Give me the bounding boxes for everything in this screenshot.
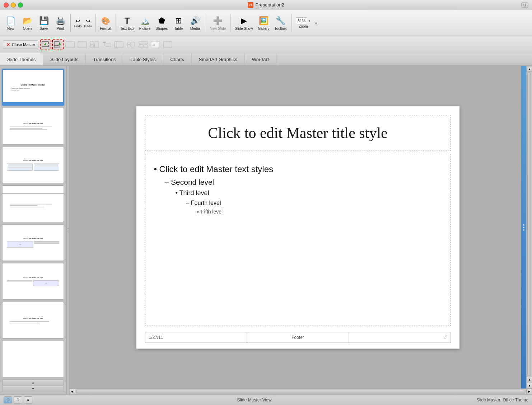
- master-btn-6[interactable]: T: [101, 39, 112, 50]
- scrollbar-thumb-horizontal[interactable]: [76, 390, 525, 394]
- svg-rect-10: [79, 42, 86, 44]
- slide-thumb-5[interactable]: Click to edit Master title style img: [2, 224, 64, 261]
- master-icon-9: [138, 40, 148, 49]
- master-btn-4[interactable]: [76, 39, 88, 50]
- slide-scroll-up-button[interactable]: ▲: [2, 379, 64, 385]
- canvas-area: Click to edit Master title style • Click…: [69, 66, 526, 388]
- slide-thumb-1[interactable]: Click to edit Master title style • Click…: [2, 69, 64, 106]
- close-master-button[interactable]: ✕ Close Master: [3, 40, 38, 49]
- table-button[interactable]: ⊞ Table: [171, 14, 186, 32]
- add-layout-button[interactable]: [52, 39, 64, 50]
- toolbox-button[interactable]: 🔧 Toolbox: [272, 14, 289, 32]
- zoom-button[interactable]: 81% ▼ Zoom: [294, 16, 313, 29]
- slide-thumb-7[interactable]: Click to edit Master title style: [2, 302, 64, 339]
- scroll-down-arrows: ▲ ▼: [527, 377, 532, 388]
- scroll-right-arrow[interactable]: ▶: [526, 389, 532, 395]
- footer-center: Footer: [247, 332, 349, 343]
- textbox-button[interactable]: T Text Box: [118, 14, 136, 32]
- format-button[interactable]: 🎨 Format: [98, 14, 113, 32]
- bullet-2-symbol: –: [165, 178, 171, 186]
- thumb-6-content: img: [7, 280, 59, 286]
- slide-canvas[interactable]: Click to edit Master title style • Click…: [136, 106, 459, 349]
- slide-thumb-2[interactable]: Click to edit Master title style: [2, 108, 64, 144]
- format-icon: 🎨: [100, 15, 111, 27]
- bullet-3-symbol: •: [176, 189, 179, 197]
- media-button[interactable]: 🔊 Media: [187, 14, 203, 32]
- new-button[interactable]: 📄 New: [3, 14, 19, 32]
- master-btn-5[interactable]: [89, 39, 100, 50]
- tab-transitions[interactable]: Transitions: [86, 53, 123, 65]
- panel-splitter[interactable]: [66, 66, 69, 394]
- slide-title-area[interactable]: Click to edit Master title style: [145, 115, 451, 151]
- slide-panel-scroll-arrows: ▲ ▼: [2, 379, 64, 391]
- save-button[interactable]: 💾 Save: [36, 14, 52, 32]
- toolbar-separator-5: [230, 14, 230, 32]
- picture-button[interactable]: 🏔️ Picture: [137, 14, 153, 32]
- slide-content-area[interactable]: • Click to edit Master text styles – Sec…: [145, 154, 451, 326]
- blue-side-handle[interactable]: [521, 66, 526, 388]
- svg-rect-20: [131, 42, 135, 47]
- format-label: Format: [100, 27, 111, 31]
- window-resize-button[interactable]: ⊟: [521, 3, 528, 8]
- master-btn-11[interactable]: [162, 39, 173, 50]
- redo-button[interactable]: ↪ Redo: [83, 17, 93, 29]
- slideshow-button[interactable]: ▶ Slide Show: [233, 14, 255, 32]
- svg-rect-24: [151, 41, 160, 48]
- slide-scroll-down-button[interactable]: ▼: [2, 386, 64, 391]
- master-icon-4: [77, 40, 87, 49]
- add-master-slide-button[interactable]: [40, 39, 51, 50]
- open-button[interactable]: 📂 Open: [19, 14, 35, 32]
- tab-smartart-graphics[interactable]: SmartArt Graphics: [192, 53, 245, 65]
- master-btn-8[interactable]: [125, 39, 137, 50]
- view-normal-button[interactable]: ⊟: [4, 396, 12, 404]
- save-icon: 💾: [38, 15, 50, 27]
- view-outline-button[interactable]: ≡: [24, 396, 32, 404]
- close-button[interactable]: [4, 3, 9, 8]
- new-slide-button[interactable]: ➕ New Slide: [207, 14, 228, 32]
- slide-thumb-4[interactable]: [2, 185, 64, 222]
- svg-rect-11: [90, 41, 94, 44]
- zoom-value[interactable]: 81%: [296, 17, 307, 24]
- master-btn-10[interactable]: ≡: [150, 39, 161, 50]
- undo-button[interactable]: ↩ Undo: [73, 17, 83, 29]
- resize-icon[interactable]: ⊟: [521, 3, 528, 8]
- slide-title-text: Click to edit Master title style: [208, 124, 387, 142]
- scroll-down-arrow-1[interactable]: ▲: [527, 377, 532, 382]
- footer-date: 1/27/11: [145, 332, 247, 343]
- tab-slide-layouts[interactable]: Slide Layouts: [43, 53, 86, 65]
- shapes-button[interactable]: ⬟ Shapes: [153, 14, 170, 32]
- open-icon: 📂: [22, 15, 33, 27]
- toolbar-more-button[interactable]: »: [314, 19, 318, 27]
- slide-thumb-3[interactable]: Click to edit Master title style: [2, 147, 64, 183]
- view-grid-button[interactable]: ⊞: [14, 396, 22, 404]
- master-btn-7[interactable]: [113, 39, 125, 50]
- bullet-4-symbol: –: [186, 200, 191, 206]
- undo-redo-group: ↩ Undo ↪ Redo: [73, 17, 93, 29]
- window-controls[interactable]: [4, 3, 23, 8]
- scrollbar-thumb-vertical[interactable]: [527, 73, 531, 376]
- maximize-button[interactable]: [18, 3, 23, 8]
- svg-rect-15: [106, 43, 111, 47]
- master-icon-10: ≡: [150, 40, 160, 49]
- tab-slide-themes[interactable]: Slide Themes: [0, 53, 43, 65]
- gallery-button[interactable]: 🖼️ Gallery: [256, 14, 271, 32]
- splitter-dot-3: [67, 231, 69, 233]
- slide-thumb-6[interactable]: Click to edit Master title style img: [2, 263, 64, 300]
- tab-table-styles[interactable]: Table Styles: [123, 53, 163, 65]
- master-btn-9[interactable]: [137, 39, 149, 50]
- svg-rect-5: [54, 46, 59, 48]
- textbox-label: Text Box: [120, 27, 134, 31]
- content-bullet-3: • Third level: [154, 188, 442, 198]
- tab-wordart[interactable]: WordArt: [245, 53, 276, 65]
- toolbox-icon: 🔧: [275, 15, 286, 27]
- tab-charts[interactable]: Charts: [163, 53, 192, 65]
- minimize-button[interactable]: [11, 3, 16, 8]
- slide-thumb-8[interactable]: [2, 341, 64, 377]
- redo-label: Redo: [84, 24, 92, 28]
- scroll-down-arrow-2[interactable]: ▼: [527, 383, 532, 388]
- thumb-2-title: Click to edit Master title style: [23, 123, 43, 124]
- scroll-left-arrow[interactable]: ◀: [69, 389, 75, 395]
- scroll-up-arrow[interactable]: ▲: [527, 66, 532, 72]
- master-btn-3[interactable]: [64, 39, 76, 50]
- print-button[interactable]: 🖨️ Print: [52, 14, 68, 32]
